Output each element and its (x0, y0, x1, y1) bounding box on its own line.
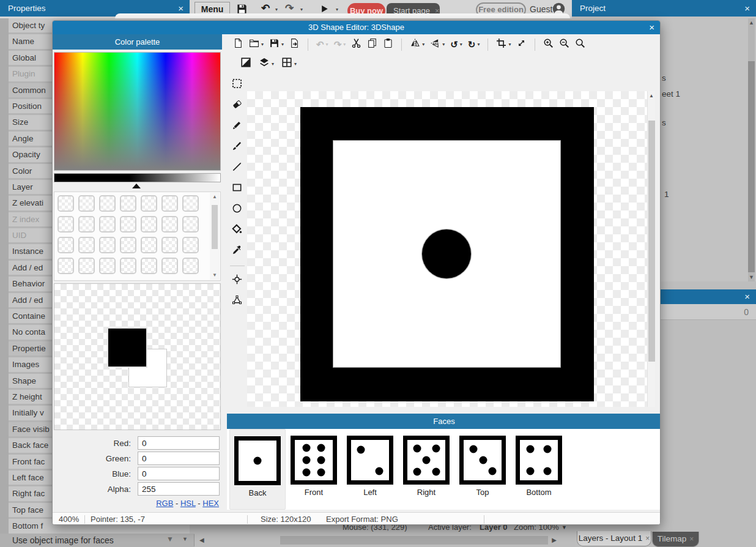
close-icon[interactable]: × (649, 21, 654, 34)
foreground-color-swatch[interactable] (108, 329, 146, 367)
color-swatch[interactable] (182, 216, 199, 233)
redo-icon[interactable]: ↷ (285, 3, 294, 13)
undo-dropdown-icon[interactable]: ▾ (275, 7, 278, 12)
color-swatch[interactable] (120, 258, 136, 274)
color-swatch[interactable] (161, 216, 178, 233)
color-swatch[interactable] (78, 237, 95, 253)
face-item-back[interactable]: Back (229, 429, 286, 510)
mesh-tool[interactable] (232, 295, 242, 308)
color-swatch[interactable] (57, 237, 74, 253)
scroll-up-icon[interactable]: ▲ (212, 194, 217, 199)
background-color-button[interactable] (240, 57, 251, 70)
chevron-down-icon[interactable]: ▾ (477, 42, 480, 47)
pencil-tool[interactable] (232, 120, 242, 133)
tab-close-icon[interactable]: × (645, 534, 650, 543)
rotate-anticlockwise-button[interactable]: ↺▾ (450, 39, 462, 50)
chevron-down-icon[interactable]: ▾ (326, 42, 328, 47)
close-icon[interactable]: × (744, 0, 750, 17)
export-button[interactable] (289, 38, 300, 51)
color-gradient-picker[interactable] (54, 52, 221, 171)
rectangle-tool[interactable] (232, 182, 242, 195)
color-swatch[interactable] (78, 195, 95, 212)
color-swatch[interactable] (161, 258, 178, 274)
undo-button[interactable]: ↶▾ (316, 39, 328, 50)
rotate-clockwise-button[interactable]: ↻▾ (468, 39, 480, 50)
tab-tilemap[interactable]: Tilemap× (652, 532, 699, 547)
color-swatch[interactable] (99, 258, 116, 274)
color-swatch[interactable] (141, 216, 157, 233)
color-swatch[interactable] (141, 258, 157, 274)
open-button[interactable]: ▾ (249, 38, 264, 51)
color-swatch[interactable] (141, 237, 157, 253)
face-item-front[interactable]: Front (286, 429, 342, 510)
select-tool[interactable] (232, 78, 242, 91)
rgb-link[interactable]: RGB (156, 499, 173, 508)
mirror-button[interactable]: ▾ (410, 38, 424, 51)
copy-button[interactable] (367, 38, 377, 51)
color-swatch[interactable] (57, 216, 74, 233)
hex-link[interactable]: HEX (202, 499, 219, 508)
erase-tool[interactable] (232, 99, 242, 112)
zoom-reset-button[interactable] (575, 38, 585, 51)
crop-button[interactable]: ▾ (496, 38, 511, 51)
color-swatch[interactable] (120, 216, 136, 233)
scrollbar-thumb[interactable] (212, 205, 218, 249)
undo-icon[interactable]: ↶ (261, 3, 270, 13)
chevron-down-icon[interactable]: ▾ (261, 42, 264, 47)
redo-button[interactable]: ↷▾ (334, 39, 346, 50)
scroll-down-icon[interactable]: ▼ (212, 272, 217, 278)
project-tree-item[interactable]: s (662, 73, 666, 83)
eyedropper-tool[interactable] (232, 245, 242, 258)
play-dropdown-icon[interactable]: ▾ (336, 7, 338, 12)
fill-tool[interactable] (232, 224, 242, 237)
die-face-image[interactable] (300, 107, 594, 401)
layers-button[interactable]: ▾ (259, 57, 274, 70)
value-slider[interactable] (54, 173, 221, 182)
close-icon[interactable]: × (744, 289, 750, 304)
brush-tool[interactable] (232, 141, 242, 154)
color-swatch[interactable] (57, 195, 74, 212)
resize-button[interactable] (516, 38, 527, 51)
alpha-field[interactable] (138, 482, 220, 496)
zoom-in-button[interactable] (543, 38, 554, 51)
chevron-down-icon[interactable]: ▼ (166, 535, 174, 543)
properties-footer-row[interactable]: Use object image for faces (0, 534, 195, 547)
color-swatch[interactable] (182, 237, 199, 253)
origin-tool[interactable] (232, 274, 242, 287)
red-field[interactable] (138, 436, 220, 450)
chevron-down-icon[interactable]: ▾ (442, 42, 445, 47)
project-tree-item[interactable]: s (662, 118, 666, 127)
project-tree-item[interactable]: eet 1 (662, 89, 680, 99)
scroll-up-icon[interactable]: ▲ (749, 20, 754, 26)
zoom-out-button[interactable] (559, 38, 569, 51)
project-tree-item[interactable]: 1 (664, 190, 669, 199)
face-item-right[interactable]: Right (398, 429, 454, 510)
paste-button[interactable] (383, 38, 393, 51)
chevron-down-icon[interactable]: ▾ (343, 42, 346, 47)
chevron-down-icon[interactable]: ▾ (460, 42, 462, 47)
chevron-down-icon[interactable]: ▾ (281, 42, 284, 47)
editor-canvas[interactable]: ▲ (247, 91, 655, 407)
cut-button[interactable] (351, 38, 361, 51)
save-button[interactable]: ▾ (269, 38, 284, 51)
line-tool[interactable] (232, 162, 242, 174)
green-field[interactable] (138, 452, 220, 465)
flip-button[interactable]: ▾ (430, 38, 445, 51)
scroll-left-icon[interactable]: ◀ (199, 537, 204, 543)
project-scrollbar[interactable]: ▲ ▼ (748, 18, 755, 281)
color-swatch[interactable] (78, 258, 95, 274)
chevron-down-icon[interactable]: ▾ (422, 42, 424, 47)
canvas-scrollbar[interactable]: ▲ (647, 91, 655, 407)
tab-close-icon[interactable]: × (689, 535, 694, 543)
scroll-right-icon[interactable]: ▶ (552, 537, 557, 543)
color-swatch[interactable] (120, 195, 136, 212)
hsl-link[interactable]: HSL (180, 499, 196, 508)
scrollbar-thumb[interactable] (280, 536, 548, 545)
value-slider-marker[interactable] (132, 184, 141, 188)
color-swatch[interactable] (99, 237, 116, 253)
scroll-down-icon[interactable]: ▼ (749, 274, 754, 280)
dialog-titlebar[interactable]: 3D Shape Editor: 3DShape × (53, 21, 660, 34)
face-item-left[interactable]: Left (342, 429, 398, 510)
chevron-down-icon[interactable]: ▾ (272, 61, 274, 67)
scrollbar-thumb[interactable] (648, 121, 655, 362)
